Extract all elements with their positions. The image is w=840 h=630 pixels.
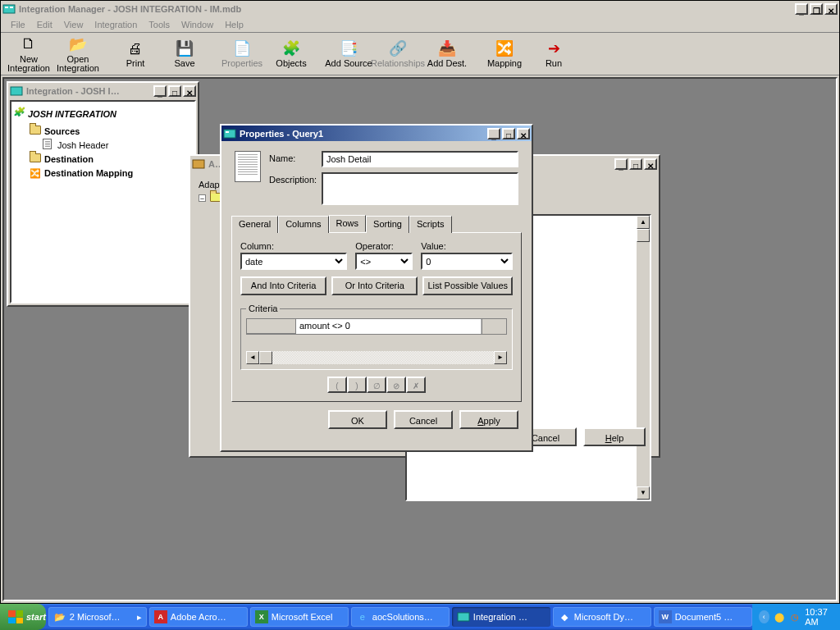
- description-input[interactable]: [322, 172, 518, 205]
- name-input[interactable]: [322, 151, 518, 167]
- clear-all-button[interactable]: ⊘: [386, 377, 406, 393]
- taskbar-item-integration[interactable]: Integration …: [452, 607, 550, 627]
- menubar: File Edit View Integration Tools Window …: [1, 16, 839, 33]
- menu-view[interactable]: View: [59, 18, 89, 31]
- properties-close-button[interactable]: ✕: [517, 128, 530, 139]
- tray-shield-icon[interactable]: ⬤: [774, 610, 785, 623]
- taskbar-item-dynamics[interactable]: ◆Microsoft Dy…: [553, 607, 651, 627]
- tool-new-integration[interactable]: 🗋New Integration: [4, 34, 53, 74]
- adapter-maximize-button[interactable]: □: [629, 158, 642, 170]
- menu-integration[interactable]: Integration: [89, 18, 142, 31]
- column-select[interactable]: date: [240, 253, 347, 270]
- start-button[interactable]: start: [0, 604, 46, 630]
- properties-titlebar[interactable]: Properties - Query1 _ □ ✕: [221, 126, 532, 141]
- tool-print[interactable]: 🖨Print: [111, 34, 160, 74]
- menu-edit[interactable]: Edit: [32, 18, 57, 31]
- tree-node-destination[interactable]: Destination: [15, 153, 191, 166]
- list-possible-values-button[interactable]: List Possible Values: [422, 276, 513, 295]
- scroll-track[interactable]: [272, 351, 494, 364]
- tab-columns[interactable]: Columns: [278, 216, 328, 233]
- or-into-criteria-button[interactable]: Or Into Criteria: [331, 276, 418, 295]
- criteria-mini-toolbar: ( ) ∅ ⊘ ✗: [240, 377, 513, 393]
- word-icon: W: [659, 610, 672, 623]
- value-select[interactable]: 0: [421, 253, 513, 270]
- tab-scripts[interactable]: Scripts: [409, 216, 452, 233]
- tree-maximize-button[interactable]: □: [168, 85, 181, 97]
- run-icon: ➔: [544, 39, 564, 57]
- tray-clock[interactable]: 10:37 AM: [805, 607, 835, 627]
- menu-tools[interactable]: Tools: [144, 18, 175, 31]
- scroll-right-icon[interactable]: ►: [494, 351, 507, 364]
- taskbar-item-adobe[interactable]: AAdobe Acro…: [149, 607, 248, 627]
- properties-maximize-button[interactable]: □: [502, 128, 515, 139]
- tool-objects[interactable]: 🧩Objects: [267, 34, 316, 74]
- tree-minimize-button[interactable]: _: [153, 85, 167, 97]
- tool-add-source[interactable]: 📑Add Source: [324, 34, 373, 74]
- menu-window[interactable]: Window: [176, 18, 218, 31]
- tree-close-button[interactable]: ✕: [183, 85, 196, 97]
- criteria-cell[interactable]: amount <> 0: [296, 319, 482, 334]
- clear-one-button[interactable]: ∅: [367, 377, 386, 393]
- tree-titlebar: Integration - JOSH I… _ □ ✕: [8, 83, 198, 98]
- criteria-grid[interactable]: amount <> 0: [246, 318, 507, 335]
- operator-select[interactable]: <>: [355, 253, 413, 270]
- scroll-thumb[interactable]: [637, 229, 650, 242]
- scroll-thumb-h[interactable]: [259, 351, 272, 364]
- tree-root[interactable]: 🧩JOSH INTEGRATION: [15, 105, 191, 125]
- criteria-hscroll[interactable]: ◄ ►: [246, 351, 507, 364]
- tab-general[interactable]: General: [231, 216, 278, 233]
- scroll-left-icon[interactable]: ◄: [246, 351, 259, 364]
- properties-minimize-button[interactable]: _: [487, 128, 500, 139]
- properties-icon: 📄: [232, 39, 252, 57]
- app-icon: [2, 2, 16, 16]
- tab-rows[interactable]: Rows: [329, 215, 367, 232]
- properties-body: Name: Description: General Columns Rows: [223, 143, 530, 449]
- delete-criteria-button[interactable]: ✗: [406, 377, 426, 393]
- and-into-criteria-button[interactable]: And Into Criteria: [240, 276, 326, 295]
- paren-open-button[interactable]: (: [327, 377, 347, 393]
- tree-node-sources[interactable]: Sources: [15, 125, 191, 138]
- tray-expand-icon[interactable]: ‹: [759, 610, 769, 623]
- adapter-close-button[interactable]: ✕: [644, 158, 657, 170]
- adapter-scrollbar[interactable]: ▲ ▼: [637, 216, 650, 500]
- adapter-help-button[interactable]: Help: [583, 427, 646, 446]
- paren-close-button[interactable]: ): [347, 377, 367, 393]
- tool-run[interactable]: ➔Run: [529, 34, 578, 74]
- operator-label: Operator:: [355, 241, 413, 251]
- close-button[interactable]: ✕: [824, 3, 838, 15]
- taskbar-item-excel[interactable]: XMicrosoft Excel: [250, 607, 349, 627]
- note-icon: [235, 151, 261, 182]
- adapter-window-icon: [192, 158, 205, 171]
- tool-mapping[interactable]: 🔀Mapping: [480, 34, 529, 74]
- mdi-area: Integration - JOSH I… _ □ ✕ 🧩JOSH INTEGR…: [2, 77, 838, 601]
- ok-button[interactable]: OK: [328, 410, 387, 429]
- scroll-down-icon[interactable]: ▼: [637, 486, 650, 500]
- minimize-button[interactable]: _: [795, 3, 808, 15]
- taskbar-item-microsoft-group[interactable]: 📂2 Microsof… ▸: [48, 607, 147, 627]
- apply-button[interactable]: Apply: [459, 410, 518, 429]
- tool-open-integration[interactable]: 📂Open Integration: [53, 34, 103, 74]
- tab-sorting[interactable]: Sorting: [366, 216, 409, 233]
- adapter-tree-collapse-icon[interactable]: −: [199, 194, 206, 202]
- tree-node-dest-mapping[interactable]: 🔀Destination Mapping: [15, 167, 191, 180]
- adapter-minimize-button[interactable]: _: [614, 158, 628, 170]
- taskbar-item-aocsolutions[interactable]: eaocSolutions…: [351, 607, 450, 627]
- restore-button[interactable]: ❐: [810, 3, 823, 15]
- properties-title: Properties - Query1: [236, 129, 486, 139]
- scroll-up-icon[interactable]: ▲: [637, 216, 650, 229]
- dynamics-icon: ◆: [558, 610, 571, 623]
- tool-save[interactable]: 💾Save: [160, 34, 209, 74]
- criteria-row-header[interactable]: [247, 319, 296, 334]
- printer-icon: 🖨: [126, 39, 145, 57]
- menu-file[interactable]: File: [6, 18, 30, 31]
- column-label: Column:: [240, 241, 347, 251]
- tool-add-dest[interactable]: 📥Add Dest.: [422, 34, 472, 74]
- tree-leaf-josh-header[interactable]: Josh Header: [15, 139, 191, 152]
- mapping-icon: 🔀: [495, 39, 514, 57]
- tray-clock-icon[interactable]: ◷: [789, 610, 800, 623]
- taskbar-item-word[interactable]: WDocument5 …: [654, 607, 752, 627]
- cancel-button[interactable]: Cancel: [394, 410, 453, 429]
- app-titlebar: Integration Manager - JOSH INTEGRATION -…: [1, 1, 839, 16]
- criteria-legend: Criteria: [246, 304, 280, 313]
- menu-help[interactable]: Help: [220, 18, 249, 31]
